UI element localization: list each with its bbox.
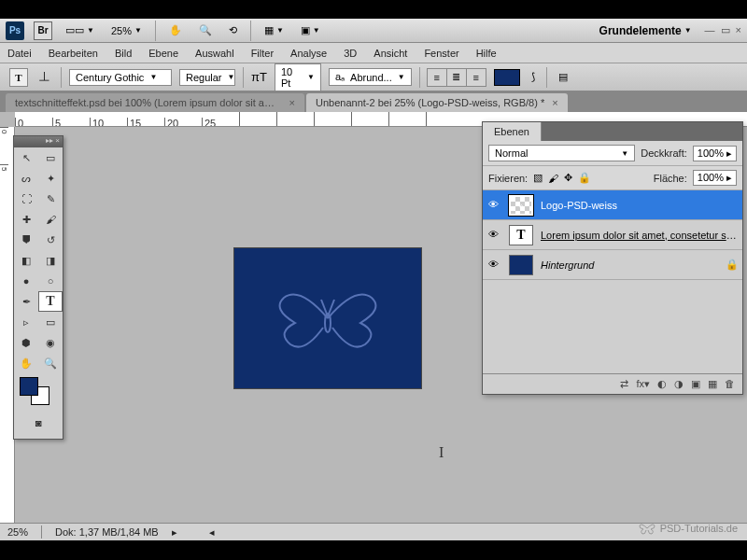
close-tab-icon[interactable]: × <box>552 97 557 108</box>
menu-analyse[interactable]: Analyse <box>290 48 327 59</box>
zoom-tool-icon[interactable]: 🔍 <box>195 22 216 38</box>
brush-tool[interactable]: 🖌 <box>38 209 63 230</box>
visibility-icon[interactable]: 👁 <box>488 259 501 272</box>
layer-name[interactable]: Hintergrund <box>541 259 718 271</box>
adjustment-layer-icon[interactable]: ◑ <box>674 378 684 390</box>
menu-3d[interactable]: 3D <box>344 48 357 59</box>
link-layers-icon[interactable]: ⇄ <box>620 378 628 390</box>
tools-panel[interactable]: ↖ ▭ ᔕ ✦ ⛶ ✎ ✚ 🖌 ⛊ ↺ ◧ ◨ ● ○ ✒ T ▹ ▭ ⬢ ◉ … <box>13 135 63 440</box>
font-family-select[interactable]: Century Gothic▼ <box>69 69 172 86</box>
quickmask-button[interactable]: ◙ <box>26 413 50 433</box>
menu-hilfe[interactable]: Hilfe <box>476 48 497 59</box>
layer-name[interactable]: Logo-PSD-weiss <box>541 200 737 211</box>
layer-thumb[interactable] <box>509 255 533 275</box>
font-size-select[interactable]: 10 Pt▼ <box>275 63 321 91</box>
lasso-tool[interactable]: ᔕ <box>14 168 38 189</box>
layer-group-icon[interactable]: ▣ <box>691 378 700 390</box>
menu-bearbeiten[interactable]: Bearbeiten <box>49 48 98 59</box>
font-style-select[interactable]: Regular▼ <box>179 69 235 86</box>
orientation-icon[interactable]: 丄 <box>35 68 53 86</box>
layer-row[interactable]: 👁 ⬨ Logo-PSD-weiss <box>483 190 742 220</box>
layer-row[interactable]: 👁 Hintergrund 🔒 <box>483 250 742 280</box>
stamp-tool[interactable]: ⛊ <box>14 230 38 250</box>
menu-ansicht[interactable]: Ansicht <box>374 48 407 59</box>
workspace-dropdown[interactable]: Grundelemente ▼ <box>596 22 696 39</box>
path-select-tool[interactable]: ▹ <box>14 312 38 332</box>
eraser-tool[interactable]: ◧ <box>14 250 38 271</box>
align-center-button[interactable]: ≣ <box>446 68 467 87</box>
text-color-swatch[interactable] <box>494 69 520 86</box>
bridge-icon[interactable]: Br <box>34 21 52 40</box>
app-icon[interactable]: Ps <box>6 21 24 40</box>
layer-row[interactable]: 👁 T Lorem ipsum dolor sit amet, consetet… <box>483 220 742 250</box>
status-arrow-icon[interactable]: ▸ <box>172 526 177 539</box>
document-canvas[interactable] <box>234 248 421 388</box>
lock-transparency-icon[interactable]: ▧ <box>533 172 543 184</box>
antialias-select[interactable]: aₐAbrund...▼ <box>329 68 412 86</box>
layer-thumb[interactable]: ⬨ <box>509 195 533 216</box>
zoom-tool[interactable]: 🔍 <box>38 353 63 373</box>
hand-tool-icon[interactable]: ✋ <box>165 22 186 38</box>
layer-fx-icon[interactable]: fx▾ <box>636 378 650 390</box>
align-right-button[interactable]: ≡ <box>466 68 486 87</box>
layer-name[interactable]: Lorem ipsum dolor sit amet, consetetur s… <box>541 230 737 241</box>
character-panel-button[interactable]: ▤ <box>555 69 571 85</box>
menu-bild[interactable]: Bild <box>115 48 132 59</box>
blur-tool[interactable]: ● <box>14 271 38 291</box>
3d-tool[interactable]: ⬢ <box>14 332 38 353</box>
visibility-icon[interactable]: 👁 <box>488 199 501 212</box>
status-zoom[interactable]: 25% <box>7 526 28 538</box>
type-tool-indicator[interactable]: T <box>9 68 28 87</box>
new-layer-icon[interactable]: ▦ <box>708 378 717 390</box>
minimize-button[interactable]: — <box>705 24 715 36</box>
layer-thumb[interactable]: T <box>509 225 533 245</box>
doc-tab-2[interactable]: Unbenannt-2 bei 25% (Logo-PSD-weiss, RGB… <box>306 93 568 112</box>
delete-layer-icon[interactable]: 🗑 <box>725 378 735 390</box>
3d-camera-tool[interactable]: ◉ <box>38 332 63 353</box>
panel-grip[interactable] <box>14 136 63 147</box>
layers-tab[interactable]: Ebenen <box>483 122 542 141</box>
status-doc-info[interactable]: Dok: 1,37 MB/1,84 MB <box>55 526 159 538</box>
menu-ebene[interactable]: Ebene <box>148 48 178 59</box>
pen-tool[interactable]: ✒ <box>14 291 38 312</box>
menu-fenster[interactable]: Fenster <box>424 48 458 59</box>
history-brush-tool[interactable]: ↺ <box>38 230 63 250</box>
heal-tool[interactable]: ✚ <box>14 209 38 230</box>
warp-text-button[interactable]: ⟆ <box>528 69 539 85</box>
opacity-input[interactable]: 100% ▸ <box>693 146 737 161</box>
align-left-button[interactable]: ≡ <box>427 68 447 87</box>
close-tab-icon[interactable]: × <box>289 97 295 108</box>
menu-auswahl[interactable]: Auswahl <box>195 48 234 59</box>
move-tool[interactable]: ↖ <box>14 147 38 168</box>
layer-mask-icon[interactable]: ◐ <box>657 378 667 390</box>
crop-tool[interactable]: ⛶ <box>14 189 38 209</box>
color-swatches[interactable] <box>14 373 63 409</box>
close-button[interactable]: × <box>736 24 741 36</box>
gradient-tool[interactable]: ◨ <box>38 250 63 271</box>
zoom-dropdown[interactable]: 25% ▼ <box>107 23 146 38</box>
wand-tool[interactable]: ✦ <box>38 168 63 189</box>
scroll-left-icon[interactable]: ◂ <box>209 526 215 539</box>
lock-all-icon[interactable]: 🔒 <box>578 172 591 184</box>
type-tool[interactable]: T <box>38 291 63 312</box>
menu-filter[interactable]: Filter <box>251 48 274 59</box>
doc-tab-1[interactable]: textschnitteffekt.psd bei 100% (Lorem ip… <box>6 93 304 112</box>
hand-tool[interactable]: ✋ <box>14 353 38 373</box>
restore-button[interactable]: ▭ <box>721 24 730 36</box>
dodge-tool[interactable]: ○ <box>38 271 63 291</box>
lock-position-icon[interactable]: ✥ <box>564 172 572 184</box>
visibility-icon[interactable]: 👁 <box>488 229 501 242</box>
layers-panel[interactable]: Ebenen Normal▼ Deckkraft: 100% ▸ Fixiere… <box>482 121 743 395</box>
arrange-dropdown[interactable]: ▦ ▼ <box>261 22 288 38</box>
rotate-view-icon[interactable]: ⟲ <box>225 22 241 38</box>
shape-tool[interactable]: ▭ <box>38 312 63 332</box>
screenmode-dropdown[interactable]: ▣ ▼ <box>297 22 324 38</box>
menu-datei[interactable]: Datei <box>7 48 32 59</box>
lock-pixels-icon[interactable]: 🖌 <box>548 173 558 184</box>
marquee-tool[interactable]: ▭ <box>38 147 63 168</box>
layout-dropdown[interactable]: ▭▭ ▼ <box>62 22 98 38</box>
foreground-color[interactable] <box>20 377 38 396</box>
eyedropper-tool[interactable]: ✎ <box>38 189 63 209</box>
fill-input[interactable]: 100% ▸ <box>693 170 737 186</box>
blend-mode-select[interactable]: Normal▼ <box>488 145 635 161</box>
